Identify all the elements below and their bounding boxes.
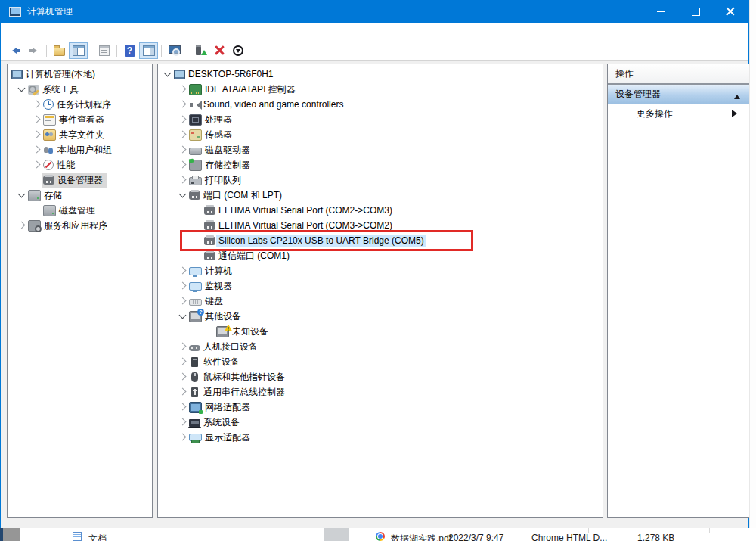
device-tree-item[interactable]: ELTIMA Virtual Serial Port (COM3->COM2) <box>158 218 603 233</box>
more-actions-item[interactable]: 更多操作 <box>608 104 749 123</box>
chevron-icon[interactable] <box>176 189 188 201</box>
sidebar-item-label: 本地用户和组 <box>55 143 114 157</box>
sidebar-item[interactable]: 系统工具 <box>8 82 152 97</box>
toolbar-button-remote[interactable] <box>165 42 184 59</box>
device-tree-item[interactable]: 键盘 <box>158 294 603 309</box>
device-tree-item[interactable]: 其他设备 <box>158 309 603 324</box>
toolbar-button-forward[interactable] <box>24 42 43 59</box>
close-button[interactable] <box>713 0 748 23</box>
sidebar-item[interactable]: 设备管理器 <box>8 173 152 188</box>
toolbar-button-console-tree[interactable] <box>69 42 88 59</box>
chevron-icon[interactable] <box>30 129 42 141</box>
device-tree-item[interactable]: 网络适配器 <box>158 400 603 415</box>
chevron-icon[interactable] <box>176 295 188 307</box>
sidebar-item[interactable]: 本地用户和组 <box>8 142 152 157</box>
chevron-icon[interactable] <box>176 83 188 95</box>
sidebar-item[interactable]: 磁盘管理 <box>8 203 152 218</box>
toolbar-button-back[interactable] <box>5 42 24 59</box>
toolbar-button-scan[interactable] <box>191 42 209 59</box>
sidebar-item[interactable]: 事件查看器 <box>8 112 152 127</box>
chevron-icon[interactable] <box>191 204 203 216</box>
chevron-icon[interactable] <box>176 340 188 353</box>
chevron-icon[interactable] <box>176 159 188 171</box>
device-tree-item[interactable]: DESKTOP-5R6F0H1 <box>158 67 603 82</box>
toolbar-button-properties[interactable] <box>94 42 113 59</box>
sidebar-item-icon <box>43 99 54 110</box>
device-tree-item[interactable]: 人机接口设备 <box>158 339 603 354</box>
documents-nav-item[interactable]: 文档 <box>88 533 107 541</box>
minimize-button[interactable] <box>643 0 678 23</box>
chevron-icon[interactable] <box>176 356 188 368</box>
chevron-icon[interactable] <box>30 159 42 171</box>
device-tree-item[interactable]: 显示适配器 <box>158 430 603 445</box>
chevron-icon[interactable] <box>191 250 203 262</box>
chevron-icon[interactable] <box>30 98 42 110</box>
toolbar-button-advanced[interactable] <box>228 42 247 59</box>
toolbar-button-action-pane[interactable] <box>139 42 158 59</box>
chevron-icon[interactable] <box>30 113 42 126</box>
chevron-icon[interactable] <box>176 174 188 186</box>
chevron-icon[interactable] <box>191 219 203 232</box>
actions-section-device-manager[interactable]: 设备管理器 <box>608 85 749 104</box>
device-tree-item[interactable]: IDE ATA/ATAPI 控制器 <box>158 82 603 97</box>
sidebar-item[interactable]: 服务和应用程序 <box>8 218 152 233</box>
collapse-arrow-icon[interactable] <box>734 92 740 99</box>
chevron-icon[interactable] <box>176 98 188 110</box>
chevron-icon[interactable] <box>30 204 42 216</box>
chevron-icon[interactable] <box>203 325 215 337</box>
toolbar-button-uninstall[interactable] <box>209 42 228 59</box>
device-tree-item[interactable]: Silicon Labs CP210x USB to UART Bridge (… <box>158 233 603 248</box>
chevron-icon[interactable] <box>30 174 42 186</box>
menu-item-action[interactable] <box>22 30 37 36</box>
chevron-icon[interactable] <box>176 431 188 443</box>
chevron-icon[interactable] <box>15 219 27 232</box>
device-tree-item[interactable]: 计算机 <box>158 263 603 278</box>
device-tree-item[interactable]: 打印队列 <box>158 173 603 188</box>
chevron-icon[interactable] <box>176 144 188 156</box>
device-tree-item[interactable]: 未知设备 <box>158 324 603 339</box>
chevron-icon[interactable] <box>176 310 188 322</box>
device-tree-item[interactable]: 软件设备 <box>158 354 603 369</box>
chevron-icon[interactable] <box>176 265 188 277</box>
device-tree-item[interactable]: 端口 (COM 和 LPT) <box>158 188 603 203</box>
chevron-icon[interactable] <box>15 83 27 95</box>
chevron-icon[interactable] <box>176 386 188 398</box>
chevron-icon[interactable] <box>191 235 203 247</box>
toolbar-icon <box>53 44 67 58</box>
menu-item-help[interactable] <box>52 30 67 36</box>
device-tree-item[interactable]: ELTIMA Virtual Serial Port (COM2->COM3) <box>158 203 603 218</box>
device-tree-item[interactable]: 鼠标和其他指针设备 <box>158 369 603 384</box>
sidebar-item[interactable]: 任务计划程序 <box>8 97 152 112</box>
background-gray-block <box>3 528 20 541</box>
chevron-icon[interactable] <box>161 68 173 80</box>
chevron-icon[interactable] <box>176 129 188 141</box>
toolbar-button-help[interactable] <box>120 42 139 59</box>
chevron-icon[interactable] <box>15 189 27 201</box>
device-tree-item[interactable]: 传感器 <box>158 127 603 142</box>
menu-item-file[interactable] <box>7 30 22 36</box>
sidebar-item-label: 服务和应用程序 <box>42 219 110 233</box>
chevron-icon[interactable] <box>30 144 42 156</box>
device-label: Sound, video and game controllers <box>201 98 345 110</box>
device-tree-item[interactable]: 监视器 <box>158 278 603 294</box>
maximize-button[interactable] <box>678 0 713 23</box>
device-tree-item[interactable]: 通信端口 (COM1) <box>158 248 603 263</box>
sidebar-item[interactable]: 计算机管理(本地) <box>8 67 152 82</box>
chevron-icon[interactable] <box>176 401 188 413</box>
device-tree-item[interactable]: 磁盘驱动器 <box>158 142 603 157</box>
device-tree-item[interactable]: 通用串行总线控制器 <box>158 384 603 400</box>
chevron-icon[interactable] <box>176 416 188 428</box>
chevron-icon[interactable] <box>176 280 188 292</box>
device-tree-item[interactable]: Sound, video and game controllers <box>158 97 603 112</box>
toolbar-button-export[interactable] <box>50 42 69 59</box>
device-tree-item[interactable]: 处理器 <box>158 112 603 127</box>
device-tree-item[interactable]: 存储控制器 <box>158 157 603 173</box>
chevron-icon[interactable] <box>176 371 188 383</box>
menu-item-view[interactable] <box>37 30 52 36</box>
sidebar-item[interactable]: 存储 <box>8 188 152 203</box>
chevron-icon[interactable] <box>176 113 188 126</box>
sidebar-item[interactable]: 性能 <box>8 157 152 173</box>
sidebar-item[interactable]: 共享文件夹 <box>8 127 152 142</box>
device-tree-item[interactable]: 系统设备 <box>158 415 603 430</box>
file-name[interactable]: 数据湖实践.pdf <box>391 533 451 541</box>
